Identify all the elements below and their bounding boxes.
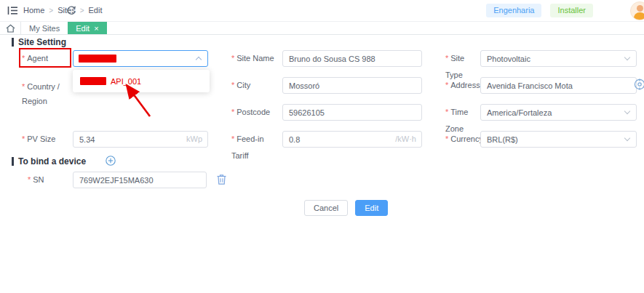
agent-label: *Agent <box>22 50 70 67</box>
required-marker: * <box>445 81 448 89</box>
plus-circle-icon <box>106 156 116 166</box>
feed-in-tariff-label: *Feed-in Tariff <box>231 131 281 164</box>
breadcrumb-separator: > <box>80 7 84 15</box>
tab-bar: My Sites Edit × <box>0 22 644 35</box>
agent-dropdown-panel: API_001 <box>73 70 210 92</box>
city-label: *City <box>231 77 281 94</box>
required-marker: * <box>231 135 234 143</box>
tab-edit[interactable]: Edit × <box>68 22 106 34</box>
avatar-head <box>637 5 643 12</box>
top-bar: Home > Sites > Edit Engenharia Installer <box>0 0 644 22</box>
site-edit-page: Home > Sites > Edit Engenharia Installer <box>0 0 644 293</box>
site-type-select[interactable] <box>480 50 637 67</box>
required-marker: * <box>445 54 448 63</box>
site-setting-section-title: Site Setting <box>12 37 66 47</box>
avatar[interactable] <box>630 1 644 20</box>
agent-option-label: API_001 <box>111 77 141 86</box>
cancel-button[interactable]: Cancel <box>304 200 348 216</box>
sn-label: *SN <box>28 172 44 188</box>
user-badges: Engenharia Installer <box>486 4 593 17</box>
required-marker: * <box>22 54 25 63</box>
country-region-label: *Country / Region <box>22 79 67 108</box>
currency-input[interactable] <box>480 131 637 148</box>
required-marker: * <box>28 175 31 184</box>
site-name-field <box>282 50 422 67</box>
close-icon[interactable]: × <box>94 24 98 33</box>
section-accent-bar <box>12 157 14 166</box>
breadcrumb: Home > Sites > Edit <box>23 6 102 15</box>
feed-in-tariff-input[interactable] <box>282 131 422 148</box>
required-marker: * <box>231 81 234 89</box>
tab-my-sites[interactable]: My Sites <box>21 22 68 34</box>
postcode-input[interactable] <box>282 104 422 121</box>
sn-field <box>73 172 207 188</box>
time-zone-select[interactable] <box>480 104 637 121</box>
required-marker: * <box>22 82 25 91</box>
locate-address-icon[interactable] <box>634 79 644 92</box>
feed-in-tariff-field: /kW·h <box>282 131 422 148</box>
pv-size-label: *PV Size <box>22 131 70 148</box>
avatar-body <box>634 12 644 20</box>
site-name-label: *Site Name <box>231 50 281 67</box>
breadcrumb-separator: > <box>49 7 53 15</box>
redaction-overlay <box>79 55 116 63</box>
account-type-badge[interactable]: Installer <box>550 4 593 17</box>
currency-label: *Currency <box>445 131 482 148</box>
home-tab-button[interactable] <box>0 22 21 34</box>
currency-select[interactable] <box>480 131 637 148</box>
required-marker: * <box>22 135 25 143</box>
required-marker: * <box>231 54 234 63</box>
home-icon <box>6 24 15 33</box>
required-marker: * <box>445 135 448 143</box>
required-marker: * <box>445 108 448 116</box>
city-input[interactable] <box>282 77 422 94</box>
breadcrumb-edit[interactable]: Edit <box>89 6 103 15</box>
refresh-icon[interactable] <box>65 5 76 17</box>
sn-input[interactable] <box>73 172 207 188</box>
pv-size-input[interactable] <box>73 131 208 148</box>
address-field <box>480 77 637 94</box>
site-type-input[interactable] <box>480 50 637 67</box>
breadcrumb-home[interactable]: Home <box>23 6 44 15</box>
time-zone-input[interactable] <box>480 104 637 121</box>
postcode-field <box>282 104 422 121</box>
bind-device-section-title: To bind a device <box>12 156 86 166</box>
role-badge[interactable]: Engenharia <box>486 4 541 17</box>
site-name-input[interactable] <box>282 50 422 67</box>
required-marker: * <box>231 108 234 116</box>
edit-submit-button[interactable]: Edit <box>355 200 388 216</box>
address-label: *Address <box>445 77 482 94</box>
form-actions: Cancel Edit <box>304 200 388 216</box>
city-field <box>282 77 422 94</box>
agent-dropdown-option[interactable]: API_001 <box>73 70 210 92</box>
redaction-overlay <box>80 77 106 85</box>
delete-sn-button[interactable] <box>216 174 227 187</box>
menu-icon[interactable] <box>7 6 18 17</box>
address-input[interactable] <box>480 77 637 94</box>
postcode-label: *Postcode <box>231 104 281 121</box>
agent-select[interactable] <box>73 50 208 67</box>
add-device-button[interactable] <box>106 156 116 167</box>
pv-size-field: kWp <box>73 131 208 148</box>
section-accent-bar <box>12 38 14 47</box>
trash-icon <box>216 174 227 185</box>
